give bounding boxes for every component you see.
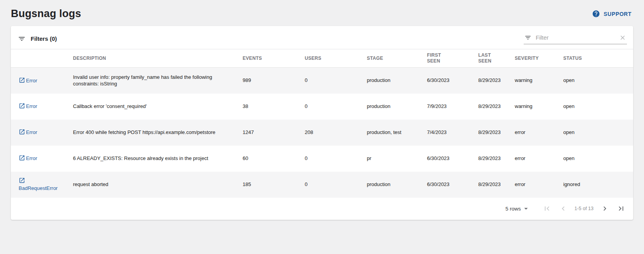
description-cell: Callback error 'consent_required' (73, 94, 243, 120)
column-header-users: USERS (305, 49, 367, 68)
stage-cell: production, test (367, 120, 427, 146)
open-in-new-icon (19, 155, 26, 161)
table-header: DESCRIPTION EVENTS USERS STAGE FIRST SEE… (11, 49, 633, 68)
error-detail-link[interactable]: BadRequestError (19, 178, 57, 191)
stage-cell: production (367, 68, 427, 94)
last-seen-cell: 8/29/2023 (478, 172, 515, 198)
error-link-label: Error (26, 155, 37, 161)
stage-cell: pr (367, 146, 427, 172)
description-cell: 6 ALREADY_EXISTS: Resource already exist… (73, 146, 243, 172)
open-in-new-icon (19, 129, 26, 135)
filter-input[interactable] (535, 34, 616, 41)
column-header-first-seen: FIRST SEEN (427, 49, 478, 68)
description-cell: Error 400 while fetching POST https://ap… (73, 120, 243, 146)
error-link-label: Error (26, 78, 37, 84)
status-cell: open (563, 120, 633, 146)
column-header-events: EVENTS (243, 49, 305, 68)
events-cell: 38 (243, 94, 305, 120)
first-seen-cell: 7/4/2023 (427, 120, 478, 146)
last-seen-cell: 8/29/2023 (478, 94, 515, 120)
column-header-severity: SEVERITY (515, 49, 563, 68)
status-cell: ignored (563, 172, 633, 198)
column-header-stage: STAGE (367, 49, 427, 68)
severity-cell: warning (515, 68, 563, 94)
rows-per-page-label: 5 rows (505, 206, 521, 212)
last-page-icon (617, 204, 625, 213)
column-header-status: STATUS (563, 49, 633, 68)
logs-card: Filters (0) DESCRIPTION EVENTS (11, 26, 633, 220)
chevron-down-icon (522, 204, 530, 213)
users-cell: 0 (305, 68, 367, 94)
error-detail-link[interactable]: Error (19, 103, 37, 109)
table-row: Error 6 ALREADY_EXISTS: Resource already… (11, 146, 633, 172)
column-header-last-seen: LAST SEEN (478, 49, 515, 68)
first-page-button[interactable] (541, 203, 553, 214)
close-icon (619, 34, 626, 41)
first-seen-cell: 6/30/2023 (427, 172, 478, 198)
table-toolbar: Filters (0) (11, 26, 633, 49)
filters-toggle[interactable]: Filters (0) (18, 35, 57, 43)
first-seen-cell: 6/30/2023 (427, 68, 478, 94)
events-cell: 989 (243, 68, 305, 94)
chevron-left-icon (559, 204, 568, 213)
page-range-label: 1-5 of 13 (575, 206, 594, 211)
users-cell: 208 (305, 120, 367, 146)
error-detail-link[interactable]: Error (19, 78, 37, 84)
table-row: Error Error 400 while fetching POST http… (11, 120, 633, 146)
page-title: Bugsnag logs (11, 8, 81, 20)
status-cell: open (563, 146, 633, 172)
users-cell: 0 (305, 146, 367, 172)
logs-table: DESCRIPTION EVENTS USERS STAGE FIRST SEE… (11, 49, 633, 198)
error-link-label: Error (26, 103, 37, 109)
open-in-new-icon (19, 178, 26, 184)
first-page-icon (543, 204, 551, 213)
table-row: Error Callback error 'consent_required' … (11, 94, 633, 120)
clear-filter-button[interactable] (619, 34, 626, 41)
column-header-description: DESCRIPTION (73, 49, 243, 68)
filter-field (524, 33, 627, 44)
severity-cell: warning (515, 94, 563, 120)
table-row: Error Invalid user info: property family… (11, 68, 633, 94)
pagination: 5 rows 1-5 of 13 (11, 198, 633, 220)
last-seen-cell: 8/29/2023 (478, 68, 515, 94)
chevron-right-icon (601, 204, 609, 213)
error-detail-link[interactable]: Error (19, 155, 37, 161)
status-cell: open (563, 94, 633, 120)
last-seen-cell: 8/29/2023 (478, 146, 515, 172)
help-icon (592, 10, 600, 18)
severity-cell: error (515, 146, 563, 172)
severity-cell: error (515, 120, 563, 146)
description-cell: Invalid user info: property family_name … (73, 68, 243, 94)
events-cell: 185 (243, 172, 305, 198)
first-seen-cell: 6/30/2023 (427, 146, 478, 172)
users-cell: 0 (305, 172, 367, 198)
events-cell: 1247 (243, 120, 305, 146)
error-link-label: BadRequestError (19, 185, 57, 191)
error-link-label: Error (26, 129, 37, 135)
open-in-new-icon (19, 103, 26, 109)
filters-label: Filters (0) (31, 35, 57, 42)
open-in-new-icon (19, 78, 26, 84)
description-cell: request aborted (73, 172, 243, 198)
error-detail-link[interactable]: Error (19, 129, 37, 135)
previous-page-button[interactable] (557, 203, 569, 214)
support-link[interactable]: SUPPORT (592, 10, 632, 18)
last-seen-cell: 8/29/2023 (478, 120, 515, 146)
first-seen-cell: 7/9/2023 (427, 94, 478, 120)
severity-cell: error (515, 172, 563, 198)
table-row: BadRequestError request aborted 185 0 pr… (11, 172, 633, 198)
filter-list-icon (18, 35, 26, 43)
next-page-button[interactable] (599, 203, 611, 214)
last-page-button[interactable] (615, 203, 627, 214)
users-cell: 0 (305, 94, 367, 120)
rows-per-page-select[interactable]: 5 rows (505, 204, 530, 213)
page-header: Bugsnag logs SUPPORT (0, 0, 644, 26)
status-cell: open (563, 68, 633, 94)
support-label: SUPPORT (604, 11, 632, 17)
stage-cell: production (367, 94, 427, 120)
column-header-link (11, 49, 73, 68)
stage-cell: production (367, 172, 427, 198)
filter-icon (524, 34, 531, 41)
events-cell: 60 (243, 146, 305, 172)
